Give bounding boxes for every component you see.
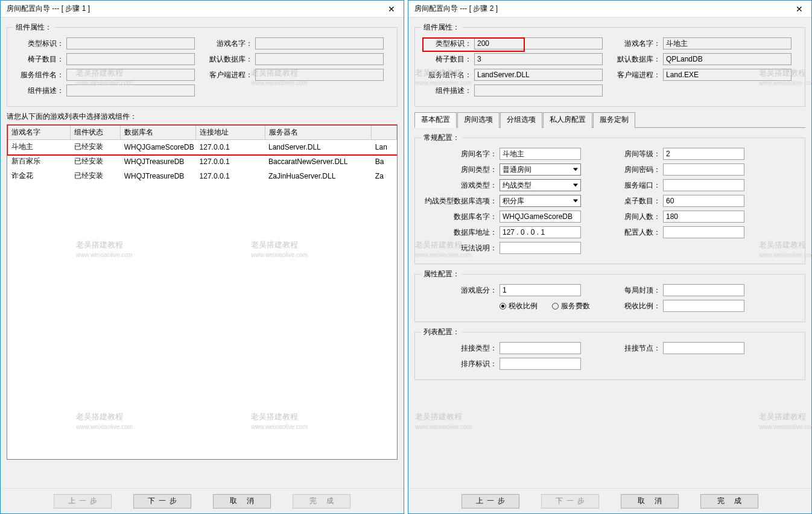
lbl-db-addr: 数据库地址： xyxy=(421,227,500,238)
lbl-room-level: 房间等级： xyxy=(610,149,663,159)
input-room-pwd[interactable] xyxy=(663,163,744,176)
cell: Lan xyxy=(372,140,397,154)
cell: 127.0.0.1 xyxy=(196,169,265,183)
lbl-config-capacity: 配置人数： xyxy=(610,227,663,238)
select-room-type[interactable]: 普通房间 xyxy=(500,163,581,176)
cancel-button[interactable]: 取 消 xyxy=(213,494,271,509)
input-room-level[interactable]: 2 xyxy=(663,148,744,160)
legend-component-attrs-2: 组件属性： xyxy=(421,22,462,33)
input-room-name[interactable]: 斗地主 xyxy=(500,148,581,160)
tab-basic[interactable]: 基本配置 xyxy=(414,112,457,128)
select-text: 积分库 xyxy=(503,196,524,206)
field-component-desc xyxy=(66,84,195,97)
body-step1: 组件属性： 类型标识： 游戏名字： 椅子数目： 默认数据库： 服务组件名： 客户… xyxy=(1,17,404,488)
input-db-addr[interactable]: 127 . 0 . 0 . 1 xyxy=(500,226,581,238)
radio-service-fee[interactable] xyxy=(552,303,559,309)
lbl-service-module: 服务组件名： xyxy=(421,70,474,80)
title-step2: 房间配置向导 --- [ 步骤 2 ] xyxy=(414,4,791,14)
lbl-game-type: 游戏类型： xyxy=(421,180,500,191)
cell: ZaJinHuaServer.DLL xyxy=(265,169,372,183)
lbl-battle-db-opt: 约战类型数据库选项： xyxy=(421,196,500,206)
select-text: 普通房间 xyxy=(503,165,531,175)
lbl-client-process: 客户端进程： xyxy=(610,70,663,80)
legend-general: 常规配置： xyxy=(421,133,462,143)
lbl-attach-type: 挂接类型： xyxy=(421,343,500,354)
cell: BaccaratNewServer.DLL xyxy=(265,154,372,169)
lbl-room-pwd: 房间密码： xyxy=(610,165,663,175)
table-row[interactable]: 新百家乐 已经安装 WHQJTreasureDB 127.0.0.1 Bacca… xyxy=(8,154,397,169)
prev-button[interactable]: 上一步 xyxy=(462,494,519,509)
lbl-table-count: 桌子数目： xyxy=(610,196,663,206)
cell: Za xyxy=(372,169,397,183)
table-header-row: 游戏名字 组件状态 数据库名 连接地址 服务器名 xyxy=(8,125,397,140)
input-attach-type[interactable] xyxy=(500,342,581,354)
lbl-game-name: 游戏名字： xyxy=(202,39,255,49)
group-general-config: 常规配置： 房间名字：斗地主 房间等级：2 房间类型：普通房间 房间密码： 游戏… xyxy=(414,133,805,264)
field-client-process xyxy=(255,69,384,81)
field-type-id: 200 xyxy=(474,37,603,49)
lbl-type-id: 类型标识： xyxy=(13,39,66,49)
input-db-name[interactable]: WHQJGameScoreDB xyxy=(500,211,581,223)
input-table-count[interactable]: 60 xyxy=(663,195,744,207)
title-step1: 房间配置向导 --- [ 步骤 1 ] xyxy=(7,4,383,14)
field-default-db: QPLandDB xyxy=(663,53,791,65)
lbl-play-desc: 玩法说明： xyxy=(421,243,500,253)
lbl-game-score: 游戏底分： xyxy=(421,285,500,296)
th-game-name[interactable]: 游戏名字 xyxy=(8,125,71,140)
input-attach-node[interactable] xyxy=(663,342,744,354)
input-tax-ratio[interactable] xyxy=(663,300,744,312)
select-game-type[interactable]: 约战类型 xyxy=(500,179,581,191)
select-text: 约战类型 xyxy=(503,180,531,191)
input-service-port[interactable] xyxy=(663,179,744,191)
cell: LandServer.DLL xyxy=(265,140,372,154)
field-type-id xyxy=(66,37,195,49)
legend-list-cfg: 列表配置： xyxy=(421,327,462,337)
th-status[interactable]: 组件状态 xyxy=(71,125,121,140)
input-config-capacity[interactable] xyxy=(663,226,744,238)
tab-private-room[interactable]: 私人房配置 xyxy=(543,112,592,128)
instruction-text: 请您从下面的游戏列表中选择游戏组件： xyxy=(7,112,398,122)
lbl-db-name: 数据库名字： xyxy=(421,212,500,222)
input-room-capacity[interactable]: 180 xyxy=(663,211,744,223)
tabs: 基本配置 房间选项 分组选项 私人房配置 服务定制 xyxy=(414,112,805,128)
tab-room-options[interactable]: 房间选项 xyxy=(457,112,500,128)
th-db-name[interactable]: 数据库名 xyxy=(121,125,196,140)
prev-button: 上一步 xyxy=(54,494,112,509)
field-service-module xyxy=(66,69,195,81)
field-game-name xyxy=(255,37,384,49)
next-button: 下一步 xyxy=(541,494,599,509)
lbl-type-id: 类型标识： xyxy=(421,39,474,49)
lbl-room-name: 房间名字： xyxy=(421,149,500,159)
cell: Ba xyxy=(372,154,397,169)
table-row[interactable]: 斗地主 已经安装 WHQJGameScoreDB 127.0.0.1 LandS… xyxy=(8,140,397,154)
cell: 已经安装 xyxy=(71,169,121,183)
input-play-desc[interactable] xyxy=(500,242,581,254)
close-button-step1[interactable]: ✕ xyxy=(383,3,400,15)
table-row[interactable]: 诈金花 已经安装 WHQJTreasureDB 127.0.0.1 ZaJinH… xyxy=(8,169,397,183)
radio-service-label: 服务费数 xyxy=(561,301,590,311)
th-conn-addr[interactable]: 连接地址 xyxy=(196,125,265,140)
field-component-desc xyxy=(474,84,603,97)
field-chair-count: 3 xyxy=(474,53,603,65)
lbl-room-type: 房间类型： xyxy=(421,165,500,175)
close-button-step2[interactable]: ✕ xyxy=(791,3,808,15)
group-attr-config: 属性配置： 游戏底分：1 每局封顶： 税收比例 服务费数 税收比例： xyxy=(414,269,805,322)
lbl-service-port: 服务端口： xyxy=(610,180,663,191)
lbl-default-db: 默认数据库： xyxy=(610,54,663,65)
tab-group-options[interactable]: 分组选项 xyxy=(500,112,542,128)
game-list[interactable]: 游戏名字 组件状态 数据库名 连接地址 服务器名 斗地主 已经安装 WHQJGa… xyxy=(7,124,398,460)
cancel-button[interactable]: 取 消 xyxy=(621,494,679,509)
th-extra[interactable] xyxy=(372,125,397,140)
next-button[interactable]: 下一步 xyxy=(133,494,191,509)
input-game-score[interactable]: 1 xyxy=(500,284,581,296)
input-round-cap[interactable] xyxy=(663,284,744,296)
cell: 诈金花 xyxy=(8,169,71,183)
th-server-name[interactable]: 服务器名 xyxy=(265,125,372,140)
legend-attr-cfg: 属性配置： xyxy=(421,269,462,279)
input-sort-id[interactable] xyxy=(500,358,581,370)
cell: WHQJGameScoreDB xyxy=(121,140,196,154)
tab-service-custom[interactable]: 服务定制 xyxy=(593,112,635,128)
finish-button[interactable]: 完 成 xyxy=(700,494,758,509)
select-battle-db-opt[interactable]: 积分库 xyxy=(500,195,581,207)
radio-tax-ratio[interactable] xyxy=(500,303,506,309)
